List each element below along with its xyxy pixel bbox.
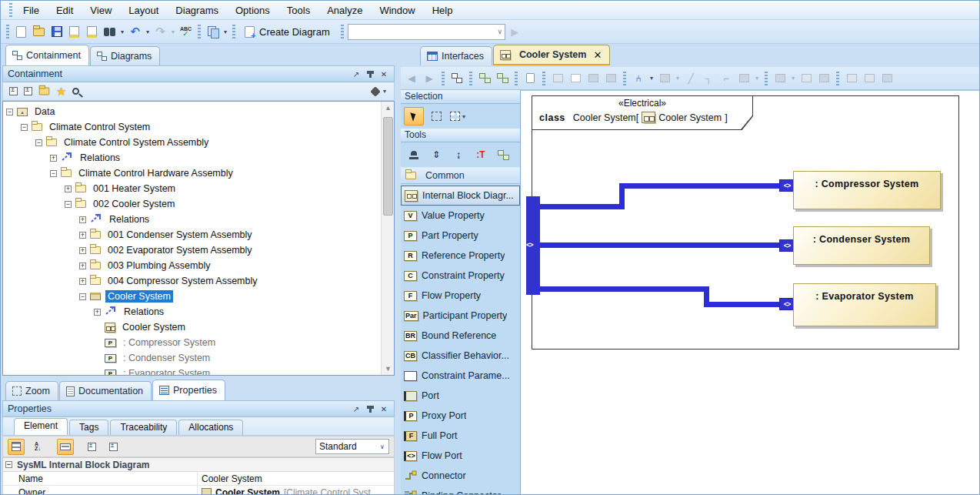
layout-orthogonal-icon[interactable]: [477, 71, 492, 86]
tree-expander-plus[interactable]: +: [50, 155, 57, 162]
tree-item[interactable]: +001 Heater System: [3, 181, 381, 196]
open-in-new-tree-icon[interactable]: [39, 88, 50, 95]
tree-expander-plus[interactable]: +: [79, 247, 86, 254]
tree-item[interactable]: −Climate Control System Assembly: [3, 135, 381, 150]
tab-allocations[interactable]: Allocations: [178, 420, 243, 435]
tree-item[interactable]: −Cooler System: [3, 289, 381, 304]
settings-gear-icon[interactable]: [372, 88, 379, 95]
menu-item-layout[interactable]: Layout: [120, 2, 167, 18]
collapse-group-icon[interactable]: −: [5, 461, 12, 468]
close-tab-icon[interactable]: ✕: [593, 49, 602, 61]
diagram-canvas[interactable]: «Electrical» class Cooler System[ Cooler…: [521, 90, 980, 495]
palette-item-binding-connector[interactable]: Binding Connector: [401, 486, 520, 495]
save-icon[interactable]: [48, 24, 65, 40]
palette-item-classifier-behavior[interactable]: CBClassifier Behavior...: [401, 346, 520, 366]
palette-item-reference-property[interactable]: RReference Property: [401, 246, 520, 266]
connector-condenser[interactable]: [540, 242, 785, 248]
part-block-compressor[interactable]: : Compressor System: [793, 171, 941, 209]
tree-item[interactable]: −Climate Control Hardware Assembly: [3, 166, 381, 181]
collapse-all-icon[interactable]: [9, 87, 18, 95]
multi-select-button[interactable]: ▾: [448, 107, 468, 125]
palette-item-proxy-port[interactable]: PProxy Port: [401, 406, 520, 426]
tree-scrollbar[interactable]: ▲ ▼: [381, 102, 394, 375]
palette-item-constraint-property[interactable]: CConstraint Property: [401, 266, 520, 286]
tree-item[interactable]: +Relations: [3, 212, 381, 227]
tab-cooler-system[interactable]: Cooler System ✕: [493, 45, 610, 65]
tree-item[interactable]: Cooler System: [3, 319, 381, 335]
make-same-height-button[interactable]: ⇕: [426, 145, 446, 164]
show-description-button[interactable]: [57, 439, 74, 455]
layout-mode-button[interactable]: [493, 145, 513, 164]
find-icon[interactable]: [102, 24, 118, 40]
flow-port-compressor[interactable]: <>: [779, 179, 795, 192]
connector-evaporator[interactable]: [704, 302, 785, 307]
collapse-selected-icon[interactable]: [24, 87, 32, 95]
collapse-all-button[interactable]: [105, 439, 122, 455]
menu-item-analyze[interactable]: Analyze: [318, 2, 371, 18]
palette-item-bound-reference[interactable]: BRBound Reference: [401, 326, 520, 346]
tree-item[interactable]: +Relations: [3, 304, 381, 319]
tree-item[interactable]: +003 Plumbing Assembly: [3, 258, 381, 273]
undo-icon[interactable]: ↶: [127, 24, 143, 40]
palette-item-value-property[interactable]: VValue Property: [401, 206, 520, 226]
tree-expander-minus[interactable]: −: [65, 201, 72, 208]
menu-item-options[interactable]: Options: [227, 2, 278, 18]
tab-properties[interactable]: Properties: [152, 380, 225, 400]
palette-item-flow-property[interactable]: FFlow Property: [401, 286, 520, 306]
boundary-flow-port[interactable]: <>: [526, 196, 540, 295]
tree-item[interactable]: +004 Compressor System Assembly: [3, 273, 381, 289]
tree-expander-plus[interactable]: +: [79, 232, 86, 239]
tree-expander-plus[interactable]: +: [94, 309, 101, 316]
palette-item-part-property[interactable]: PPart Property: [401, 226, 520, 246]
compress-button[interactable]: ↨: [448, 145, 468, 164]
tree-item[interactable]: +002 Evaporator System Assembly: [3, 242, 381, 258]
spell-check-icon[interactable]: ABC✓: [178, 24, 194, 40]
connector-evaporator[interactable]: [540, 286, 709, 292]
float-panel-icon[interactable]: ↗: [351, 69, 362, 79]
tree-expander-minus[interactable]: −: [79, 293, 86, 300]
print-preview-icon[interactable]: [84, 24, 100, 40]
categorized-view-button[interactable]: [8, 439, 25, 455]
open-project-icon[interactable]: [31, 24, 47, 40]
flow-port-evaporator[interactable]: <>: [779, 298, 795, 310]
palette-item-constraint-parame[interactable]: Constraint Parame...: [401, 366, 520, 386]
menu-item-window[interactable]: Window: [371, 2, 423, 18]
search-icon[interactable]: [72, 88, 79, 95]
palette-item-connector[interactable]: Connector: [401, 466, 520, 486]
tree-item[interactable]: P: Evaporator System: [3, 366, 381, 375]
tree-item[interactable]: P: Condenser System: [3, 350, 381, 366]
marquee-select-button[interactable]: [426, 107, 446, 125]
palette-item-full-port[interactable]: FFull Port: [401, 426, 520, 446]
scroll-up-icon[interactable]: ▲: [382, 102, 395, 114]
sticky-mode-button[interactable]: [404, 145, 424, 164]
settings-chevron[interactable]: ▾: [382, 88, 388, 95]
undo-dropdown-chevron[interactable]: ▾: [145, 28, 151, 35]
tab-traceability[interactable]: Traceability: [110, 420, 177, 435]
tree-item[interactable]: −Climate Control System: [3, 119, 381, 135]
tab-documentation[interactable]: Documentation: [59, 381, 152, 400]
pin-icon[interactable]: [365, 69, 375, 79]
transfer-dropdown-chevron[interactable]: ▾: [222, 28, 228, 35]
properties-group-row[interactable]: − SysML Internal Block Diagram: [3, 458, 394, 472]
menu-item-help[interactable]: Help: [424, 2, 462, 18]
find-dropdown-chevron[interactable]: ▾: [119, 28, 125, 35]
table-row[interactable]: Owner Cooler System [Climate Control Sys…: [3, 486, 394, 495]
tab-zoom[interactable]: Zoom: [5, 381, 58, 400]
menu-item-view[interactable]: View: [82, 2, 120, 18]
sort-alphabetically-button[interactable]: AZ↓: [29, 439, 46, 455]
transfer-diagram-icon[interactable]: [205, 24, 221, 40]
combo-chevron[interactable]: ∨: [497, 28, 503, 35]
tree-item[interactable]: P: Compressor System: [3, 335, 381, 350]
favorites-icon[interactable]: ★: [56, 87, 66, 96]
pin-icon[interactable]: [365, 403, 375, 414]
part-block-evaporator[interactable]: : Evaporator System: [793, 283, 936, 326]
tab-tags[interactable]: Tags: [69, 420, 108, 435]
tree-item[interactable]: −Data: [3, 104, 381, 119]
close-panel-icon[interactable]: ✕: [378, 69, 389, 79]
tree-expander-plus[interactable]: +: [79, 216, 86, 223]
new-project-icon[interactable]: [13, 24, 29, 40]
quick-layout-icon[interactable]: ⑃: [631, 71, 646, 86]
show-containment-icon[interactable]: [449, 71, 465, 86]
palette-item-port[interactable]: Port: [401, 386, 520, 406]
tree-item[interactable]: +Relations: [3, 150, 381, 166]
